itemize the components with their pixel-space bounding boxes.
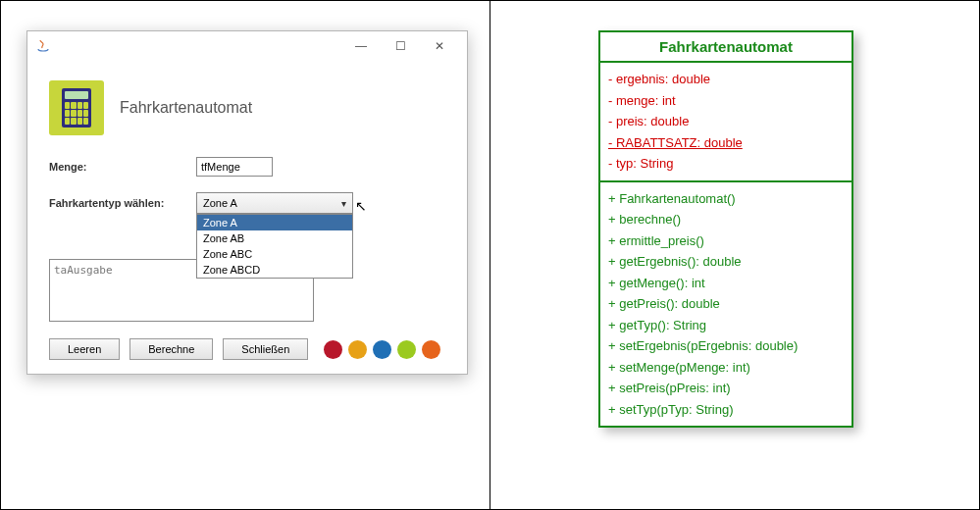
left-panel: 25 public class Hauptfenste — ☐ ✕ (0, 0, 490, 510)
dot-amber (348, 340, 367, 359)
uml-method: + setMenge(pMenge: int) (608, 357, 844, 379)
uml-attributes: - ergebnis: double- menge: int- preis: d… (600, 63, 851, 180)
uml-attribute: - preis: double (608, 111, 844, 132)
uml-attribute: - typ: String (608, 153, 844, 175)
combo-option-zone-ab[interactable]: Zone AB (197, 230, 352, 246)
typ-dropdown-list: Zone A Zone AB Zone ABC Zone ABCD (196, 214, 353, 279)
menge-input[interactable] (196, 157, 273, 177)
uml-method: + getMenge(): int (608, 273, 844, 294)
uml-method: + setErgebnis(pErgebnis: double) (608, 335, 844, 357)
dot-orange (422, 340, 440, 359)
java-icon (35, 38, 51, 54)
status-dots (324, 340, 440, 359)
uml-methods: + Fahrkartenautomat()+ berechne()+ ermit… (600, 180, 851, 427)
clear-button[interactable]: Leeren (49, 338, 120, 360)
uml-method: + setTyp(pTyp: String) (608, 399, 844, 421)
chevron-down-icon: ▾ (341, 198, 346, 209)
combo-option-zone-abc[interactable]: Zone ABC (197, 246, 352, 262)
uml-method: + getPreis(): double (608, 293, 844, 315)
menge-label: Menge: (49, 161, 186, 173)
combo-option-zone-a[interactable]: Zone A (197, 215, 352, 230)
uml-class-name: Fahrkartenautomat (600, 32, 851, 63)
close-icon: ✕ (435, 39, 444, 53)
titlebar[interactable]: — ☐ ✕ (27, 31, 467, 61)
calculate-button[interactable]: Berechne (129, 338, 213, 360)
uml-method: + setPreis(pPreis: int) (608, 378, 844, 399)
uml-method: + ermittle_preis() (608, 230, 844, 252)
typ-label: Fahrkartentyp wählen: (49, 197, 186, 209)
calculator-icon (49, 80, 104, 135)
close-window-button[interactable]: ✕ (420, 32, 459, 60)
maximize-icon: ☐ (395, 39, 406, 53)
uml-method: + getErgebnis(): double (608, 251, 844, 273)
uml-class-box: Fahrkartenautomat - ergebnis: double- me… (598, 30, 853, 428)
right-panel: Fahrkartenautomat - ergebnis: double- me… (490, 0, 980, 510)
mouse-cursor-icon: ↖ (355, 198, 367, 214)
combo-option-zone-abcd[interactable]: Zone ABCD (197, 262, 352, 278)
minimize-icon: — (355, 39, 367, 53)
dot-blue (373, 340, 391, 359)
uml-attribute: - menge: int (608, 90, 844, 112)
minimize-button[interactable]: — (341, 32, 381, 60)
dot-lime (397, 340, 416, 359)
maximize-button[interactable]: ☐ (381, 32, 420, 60)
uml-method: + berechne() (608, 209, 844, 230)
app-window: — ☐ ✕ Fahrkartenautomat Menge (26, 30, 468, 375)
app-title: Fahrkartenautomat (120, 99, 252, 117)
combo-selected-text: Zone A (203, 197, 237, 209)
uml-attribute: - RABATTSATZ: double (608, 132, 844, 154)
dot-red (324, 340, 342, 359)
uml-method: + getTyp(): String (608, 315, 844, 336)
uml-method: + Fahrkartenautomat() (608, 188, 844, 210)
typ-combobox[interactable]: Zone A ▾ (196, 192, 353, 214)
uml-attribute: - ergebnis: double (608, 69, 844, 90)
close-button[interactable]: Schließen (223, 338, 308, 360)
